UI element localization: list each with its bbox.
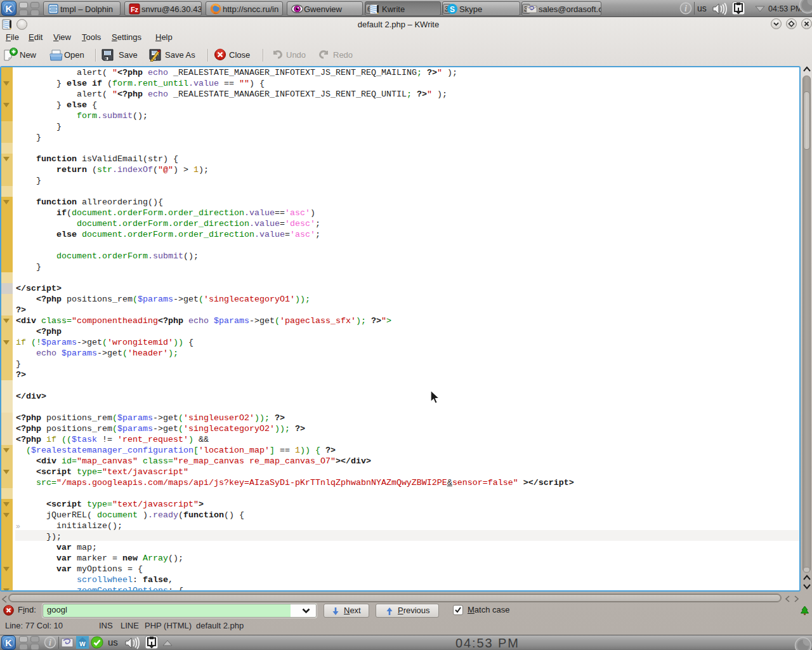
svg-text:K: K <box>6 3 13 14</box>
svg-text:i: i <box>49 638 51 647</box>
svg-text:i: i <box>684 4 687 13</box>
svg-text:w: w <box>79 639 86 648</box>
svg-text:K: K <box>5 638 12 648</box>
svg-text:Fz: Fz <box>131 6 139 13</box>
svg-text:S: S <box>450 5 455 14</box>
